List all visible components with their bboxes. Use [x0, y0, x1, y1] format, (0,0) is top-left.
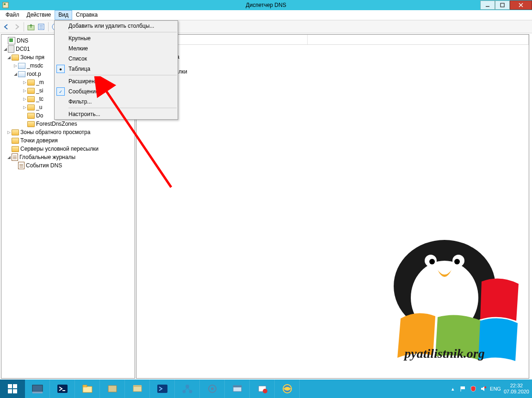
menu-add-remove-columns[interactable]: Добавить или удалить столбцы...	[55, 21, 178, 31]
tree-label: _msdc	[27, 62, 43, 69]
forward-button[interactable]	[12, 22, 21, 31]
tray-volume-icon[interactable]	[480, 385, 487, 392]
task-ie[interactable]	[275, 380, 300, 398]
list-row[interactable]: журналы	[139, 75, 526, 83]
menu-customize[interactable]: Настроить...	[55, 109, 178, 119]
folder-icon	[27, 121, 35, 127]
tray-up-icon[interactable]: ▴	[449, 385, 457, 392]
menu-sep	[68, 108, 177, 108]
list-row[interactable]: ого просмотра	[139, 46, 526, 53]
list-row[interactable]: ного просмотра	[139, 53, 526, 61]
tree-label: Глобальные журналы	[19, 154, 75, 160]
menu-label: Крупные	[68, 35, 91, 42]
task-network[interactable]	[175, 380, 200, 398]
menu-label: Список	[68, 55, 87, 62]
menu-sep	[68, 32, 177, 32]
task-powershell[interactable]	[50, 380, 75, 398]
list-row[interactable]: ия	[139, 61, 526, 68]
tray-clock[interactable]: 22:32 07.09.2020	[504, 383, 529, 395]
task-generic2[interactable]	[125, 380, 150, 398]
server-icon	[8, 45, 14, 53]
menu-view[interactable]: Вид	[55, 10, 72, 20]
menu-sep	[68, 75, 177, 75]
tree-globallogs[interactable]: ◢Глобальные журналы	[2, 153, 134, 161]
list-header	[136, 35, 529, 45]
list-col-2[interactable]	[308, 35, 529, 44]
zone-icon	[18, 63, 25, 69]
svg-rect-28	[32, 392, 43, 393]
svg-rect-26	[13, 389, 17, 393]
menu-file[interactable]: Файл	[2, 10, 23, 20]
list-row[interactable]: ресылки	[139, 90, 526, 98]
menu-label: Настроить...	[68, 111, 100, 117]
menu-filter[interactable]: Фильтр...	[55, 97, 178, 107]
tree-cond-fwd[interactable]: Серверы условной пересылки	[2, 145, 134, 153]
tree-label: DNS	[17, 37, 28, 44]
tray-flag-icon[interactable]	[459, 385, 467, 392]
tree-label: Do	[36, 112, 43, 119]
task-generic1[interactable]	[100, 380, 125, 398]
menu-action[interactable]: Действие	[23, 10, 55, 20]
menu-label: Таблица	[68, 66, 90, 72]
menu-large-icons[interactable]: Крупные	[55, 33, 178, 43]
tray-lang[interactable]: ENG	[490, 386, 501, 392]
folder-icon	[12, 55, 19, 61]
tree-label: Зоны пря	[20, 54, 44, 61]
folder-icon	[27, 80, 35, 86]
folder-icon	[27, 104, 35, 110]
svg-rect-31	[83, 386, 92, 392]
list-row[interactable]: ловной пересылки	[139, 68, 526, 75]
menu-table[interactable]: ●Таблица	[55, 64, 178, 74]
tree-label: _si	[36, 87, 43, 94]
tree-dns-events[interactable]: События DNS	[2, 161, 134, 170]
menu-help[interactable]: Справка	[72, 10, 101, 20]
list-pane[interactable]: ого просмотра ного просмотра ия ловной п…	[136, 34, 529, 379]
taskbar: ▴ ENG 22:32 07.09.2020	[0, 380, 532, 398]
folder-icon	[12, 146, 19, 152]
task-mmc[interactable]	[225, 380, 250, 398]
check-icon: ✓	[56, 87, 65, 96]
properties-button[interactable]	[37, 22, 46, 31]
list-row[interactable]: сылки	[139, 83, 526, 90]
task-services[interactable]	[200, 380, 225, 398]
task-explorer[interactable]	[75, 380, 100, 398]
titlebar: Диспетчер DNS	[0, 0, 532, 10]
menu-message[interactable]: ✓Сообщение	[55, 86, 178, 97]
menubar: Файл Действие Вид Справка	[0, 10, 532, 20]
svg-rect-27	[32, 385, 43, 392]
svg-rect-45	[233, 386, 241, 387]
svg-rect-23	[8, 384, 12, 388]
task-dns[interactable]	[250, 380, 275, 398]
tree-label: _m	[36, 79, 44, 86]
list-body: ого просмотра ного просмотра ия ловной п…	[136, 45, 529, 98]
svg-point-47	[263, 389, 267, 393]
tree-trust[interactable]: Точки доверия	[2, 136, 134, 145]
system-tray: ▴ ENG 22:32 07.09.2020	[449, 380, 532, 398]
tree-rev-zones[interactable]: ▷Зоны обратного просмотра	[2, 128, 134, 136]
svg-rect-50	[461, 386, 465, 389]
menu-label: Расширенный	[68, 78, 105, 85]
menu-label: Мелкие	[68, 45, 88, 52]
tree-label: Точки доверия	[20, 137, 58, 144]
tree-forestdns[interactable]: ForestDnsZones	[2, 120, 134, 128]
svg-rect-24	[13, 384, 17, 388]
svg-rect-35	[133, 385, 142, 387]
back-button[interactable]	[2, 22, 11, 31]
menu-small-icons[interactable]: Мелкие	[55, 43, 178, 54]
menu-label: Добавить или удалить столбцы...	[68, 23, 154, 29]
folder-icon	[12, 138, 19, 144]
menu-label: Сообщение	[68, 88, 99, 95]
task-server-manager[interactable]	[25, 380, 50, 398]
svg-rect-34	[133, 386, 142, 392]
svg-rect-33	[108, 386, 117, 392]
task-powershell-ise[interactable]	[150, 380, 175, 398]
up-button[interactable]	[26, 22, 36, 31]
svg-point-37	[186, 385, 189, 388]
menu-list[interactable]: Список	[55, 54, 178, 64]
tray-shield-icon[interactable]	[470, 385, 477, 392]
svg-line-40	[185, 388, 187, 391]
tree-label: _u	[36, 104, 42, 110]
folder-icon	[27, 88, 35, 94]
start-button[interactable]	[0, 380, 25, 398]
menu-advanced[interactable]: Расширенный	[55, 76, 178, 86]
